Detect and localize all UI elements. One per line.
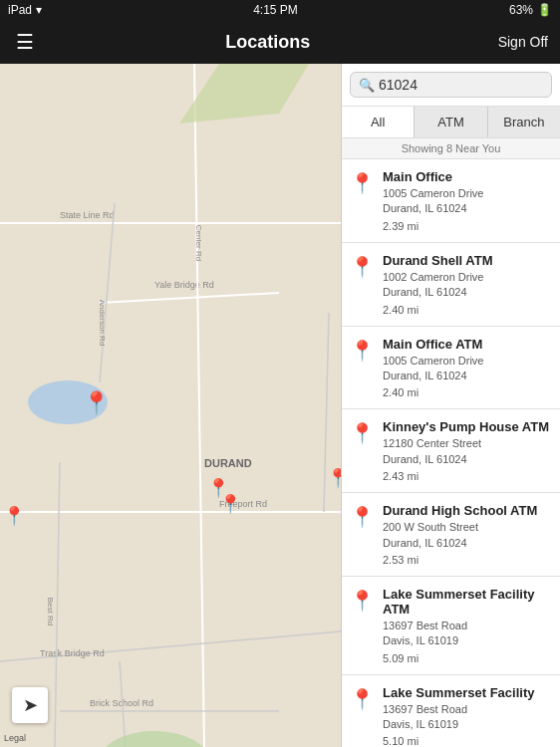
location-distance: 5.09 mi: [383, 652, 552, 664]
location-info: Durand High School ATM 200 W South Stree…: [383, 503, 552, 566]
list-item[interactable]: 📍 Lake Summerset Facility 13697 Best Roa…: [342, 675, 560, 747]
svg-text:Yale Bridge Rd: Yale Bridge Rd: [154, 280, 214, 290]
svg-text:State Line Rd: State Line Rd: [60, 210, 115, 220]
location-name: Durand High School ATM: [383, 503, 552, 518]
right-panel: 🔍 All ATM Branch Showing 8 Near You 📍 Ma…: [341, 64, 560, 747]
location-list: 📍 Main Office 1005 Cameron DriveDurand, …: [342, 159, 560, 747]
list-item[interactable]: 📍 Kinney's Pump House ATM 12180 Center S…: [342, 409, 560, 493]
nav-bar: ☰ Locations Sign Off: [0, 20, 560, 64]
location-info: Main Office 1005 Cameron DriveDurand, IL…: [383, 169, 552, 232]
svg-text:📍: 📍: [327, 467, 341, 489]
list-item[interactable]: 📍 Main Office 1005 Cameron DriveDurand, …: [342, 159, 560, 243]
showing-label: Showing 8 Near You: [342, 138, 560, 159]
map-area: State Line Rd Yale Bridge Rd Center Rd A…: [0, 64, 341, 747]
list-item[interactable]: 📍 Lake Summerset Facility ATM 13697 Best…: [342, 577, 560, 675]
pin-icon: 📍: [350, 589, 375, 613]
location-name: Durand Shell ATM: [383, 253, 552, 268]
main-content: State Line Rd Yale Bridge Rd Center Rd A…: [0, 64, 560, 747]
location-distance: 2.53 mi: [383, 554, 552, 566]
svg-text:DURAND: DURAND: [204, 457, 252, 469]
location-name: Main Office: [383, 169, 552, 184]
location-name: Lake Summerset Facility: [383, 685, 552, 700]
location-distance: 2.43 mi: [383, 470, 552, 482]
device-label: iPad: [8, 3, 32, 17]
location-distance: 2.39 mi: [383, 220, 552, 232]
location-address: 1005 Cameron DriveDurand, IL 61024: [383, 186, 552, 217]
status-bar: iPad ▾ 4:15 PM 63% 🔋: [0, 0, 560, 20]
location-address: 1002 Cameron DriveDurand, IL 61024: [383, 270, 552, 301]
location-info: Durand Shell ATM 1002 Cameron DriveDuran…: [383, 253, 552, 316]
status-left: iPad ▾: [8, 3, 42, 17]
menu-button[interactable]: ☰: [12, 26, 38, 58]
pin-icon: 📍: [350, 687, 375, 711]
pin-icon: 📍: [350, 171, 375, 195]
location-address: 13697 Best RoadDavis, IL 61019: [383, 619, 552, 649]
location-name: Main Office ATM: [383, 337, 552, 352]
filter-atm-button[interactable]: ATM: [415, 107, 487, 137]
svg-text:📍: 📍: [3, 505, 26, 527]
status-time: 4:15 PM: [253, 3, 298, 17]
location-address: 200 W South StreetDurand, IL 61024: [383, 520, 552, 551]
svg-text:Center Rd: Center Rd: [194, 225, 203, 261]
filter-branch-button[interactable]: Branch: [488, 107, 560, 137]
page-title: Locations: [225, 32, 310, 53]
pin-icon: 📍: [350, 339, 375, 363]
svg-text:📍: 📍: [83, 389, 111, 416]
list-item[interactable]: 📍 Durand Shell ATM 1002 Cameron DriveDur…: [342, 243, 560, 327]
location-address: 1005 Cameron DriveDurand, IL 61024: [383, 354, 552, 384]
svg-text:Trask Bridge Rd: Trask Bridge Rd: [40, 648, 105, 658]
pin-icon: 📍: [350, 505, 375, 529]
location-name: Lake Summerset Facility ATM: [383, 587, 552, 617]
pin-icon: 📍: [350, 255, 375, 279]
location-info: Main Office ATM 1005 Cameron DriveDurand…: [383, 337, 552, 399]
list-item[interactable]: 📍 Durand High School ATM 200 W South Str…: [342, 493, 560, 577]
battery-icon: 🔋: [537, 3, 552, 17]
status-right: 63% 🔋: [509, 3, 552, 17]
list-item[interactable]: 📍 Main Office ATM 1005 Cameron DriveDura…: [342, 327, 560, 410]
map-svg: State Line Rd Yale Bridge Rd Center Rd A…: [0, 64, 341, 747]
filter-row: All ATM Branch: [342, 107, 560, 138]
svg-text:Best Rd: Best Rd: [46, 598, 55, 625]
pin-icon: 📍: [350, 421, 375, 445]
sign-on-button[interactable]: Sign Off: [498, 34, 548, 50]
battery-label: 63%: [509, 3, 533, 17]
legal-text: Legal: [4, 733, 26, 743]
search-icon: 🔍: [359, 78, 375, 93]
search-input[interactable]: [379, 77, 543, 93]
location-address: 13697 Best RoadDavis, IL 61019: [383, 702, 552, 733]
location-info: Kinney's Pump House ATM 12180 Center Str…: [383, 419, 552, 482]
location-distance: 2.40 mi: [383, 386, 552, 398]
current-location-button[interactable]: ➤: [12, 687, 48, 723]
location-distance: 2.40 mi: [383, 304, 552, 316]
search-input-wrap: 🔍: [350, 72, 552, 98]
filter-all-button[interactable]: All: [342, 107, 415, 137]
wifi-icon: ▾: [36, 3, 42, 17]
svg-text:Anderson Rd: Anderson Rd: [98, 300, 107, 347]
search-bar: 🔍: [342, 64, 560, 107]
svg-text:📍: 📍: [219, 493, 242, 515]
location-distance: 5.10 mi: [383, 735, 552, 747]
location-name: Kinney's Pump House ATM: [383, 419, 552, 434]
location-info: Lake Summerset Facility ATM 13697 Best R…: [383, 587, 552, 664]
location-arrow-icon: ➤: [23, 694, 38, 716]
location-address: 12180 Center StreetDurand, IL 61024: [383, 436, 552, 467]
location-info: Lake Summerset Facility 13697 Best RoadD…: [383, 685, 552, 747]
